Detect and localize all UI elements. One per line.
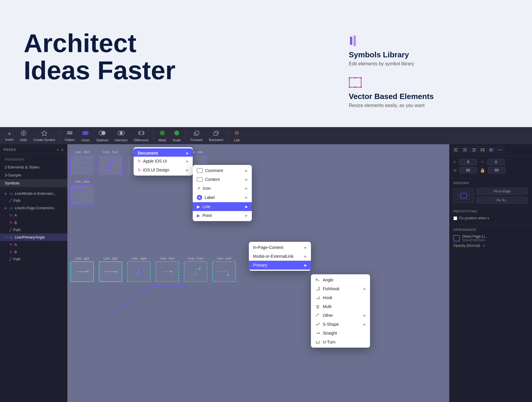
apple-ios-chevron: ▶: [186, 159, 189, 163]
page-item-symbols[interactable]: Symbols: [0, 179, 67, 187]
symbols-library-desc: Edit elements by symbol library: [349, 61, 508, 67]
primary-item[interactable]: Primary ▶: [249, 261, 311, 270]
svg-point-60: [500, 150, 501, 150]
mask-button[interactable]: Mask: [155, 129, 169, 143]
svg-rect-23: [195, 131, 199, 134]
create-symbol-button[interactable]: Create Symbol: [31, 129, 58, 143]
document-menu-chevron: ▶: [186, 151, 189, 155]
lock-icon[interactable]: 🔒: [480, 168, 485, 173]
layer-a1[interactable]: ↻ A: [0, 212, 67, 219]
icon-menu-item[interactable]: ↗ Icon ▶: [193, 184, 252, 193]
align-right-button[interactable]: [470, 147, 478, 153]
apple-ios-menu-item[interactable]: ↻ Apple iOS UI ▶: [134, 157, 193, 166]
straight-item[interactable]: Straight: [311, 329, 370, 338]
pin-to-edge-button[interactable]: Pin to Edge: [476, 188, 528, 195]
s-shape-item[interactable]: S-Shape ▶: [311, 320, 370, 329]
scale-button[interactable]: Scale: [170, 129, 184, 143]
xy-row: X Y: [453, 159, 528, 165]
line-menu-item[interactable]: ▶ Line ▶: [193, 202, 252, 211]
hero-title: Architect Ideas Faster: [24, 30, 331, 84]
svg-rect-10: [67, 132, 72, 132]
svg-rect-1: [353, 35, 356, 46]
label-menu-item[interactable]: A Label ▶: [193, 193, 252, 202]
y-input[interactable]: [487, 159, 505, 165]
layer-path-1[interactable]: ╱ Path: [0, 197, 67, 204]
document-menu-header[interactable]: Document ▶: [134, 148, 193, 157]
fix-size-button[interactable]: Fix Si...: [476, 197, 528, 204]
svg-rect-54: [481, 149, 482, 151]
backward-icon: [213, 130, 219, 137]
layer-primary-angle[interactable]: ▼ ▭ Line/Primary/Angle: [0, 234, 67, 241]
hero-right: Symbols Library Edit elements by symbol …: [331, 30, 508, 119]
layer-path-3[interactable]: ╱ Path: [0, 256, 67, 263]
difference-button[interactable]: Difference: [131, 129, 152, 143]
fishhook-item[interactable]: Fishhook ▶: [311, 284, 370, 293]
width-input[interactable]: [459, 167, 477, 174]
svg-point-15: [101, 131, 106, 135]
layer-b2[interactable]: ↻ B: [0, 248, 67, 256]
svg-point-4: [360, 77, 362, 79]
subtract-button[interactable]: Subtract: [93, 129, 111, 143]
page-item-instructions[interactable]: Instructions: [0, 155, 67, 163]
comment-icon: [197, 168, 203, 173]
height-input[interactable]: [488, 167, 506, 174]
layer-in-page[interactable]: ▶ ▭ Line/In-Page-Content/An...: [0, 204, 67, 212]
distribute-h-button[interactable]: [479, 147, 486, 153]
fix-position-checkbox[interactable]: [453, 216, 457, 220]
svg-point-7: [354, 77, 356, 79]
forward-button[interactable]: Forward: [188, 129, 205, 143]
page-item-elements[interactable]: 2-Elements & Styles: [0, 163, 67, 171]
svg-marker-36: [171, 270, 173, 273]
toolbar-separator-1: [60, 131, 60, 140]
page-item-sample[interactable]: 3-Sample: [0, 171, 67, 179]
content-menu-item[interactable]: Content ▶: [193, 175, 252, 184]
layer-path-2[interactable]: ╱ Path: [0, 226, 67, 234]
layer-b1[interactable]: ↻ B: [0, 219, 67, 226]
flatten-button[interactable]: Flatten: [62, 129, 78, 143]
vector-elements-desc: Resize elements easily, as you want: [349, 103, 508, 108]
angle-item[interactable]: Angle: [311, 275, 370, 284]
union-button[interactable]: Union: [78, 129, 93, 143]
line-chevron: ▶: [245, 205, 248, 209]
resize-diagram: [453, 188, 474, 203]
comment-menu-item[interactable]: Comment ▶: [193, 166, 252, 175]
frame-teal-last: Line...ook: [212, 257, 236, 282]
svg-rect-57: [490, 149, 491, 151]
backward-button[interactable]: Backward: [206, 129, 226, 143]
more-button[interactable]: [497, 147, 504, 153]
document-menu: Document ▶ ↻ Apple iOS UI ▶ ↻ iOS UI Des…: [134, 147, 193, 176]
hook-item[interactable]: Hook: [311, 293, 370, 302]
collapse-pages-button[interactable]: ∧: [61, 147, 64, 152]
layer-modal-external[interactable]: ▶ ▭ Line/Modal-or-ExternalLi...: [0, 190, 67, 197]
wh-row: W 🔒: [453, 167, 528, 174]
x-input[interactable]: [459, 159, 477, 165]
layer-a2[interactable]: ↻ A: [0, 241, 67, 248]
left-panel: PAGES + ∧ Instructions 2-Elements & Styl…: [0, 144, 67, 402]
modal-external-item[interactable]: Modal-or-ExternalLink ▶: [249, 252, 311, 261]
ios-design-menu-item[interactable]: ↻ iOS UI Design ▶: [134, 166, 193, 174]
appearance-style-row[interactable]: Direct Page Li... Styles/Path/Solid...: [453, 234, 528, 242]
label-chevron: ▶: [245, 196, 248, 200]
color-swatch: [453, 235, 460, 241]
intersect-button[interactable]: Intersect: [112, 129, 130, 143]
multi-item[interactable]: Multi: [311, 302, 370, 311]
align-center-button[interactable]: [461, 147, 469, 153]
other-item[interactable]: Other ▶: [311, 311, 370, 320]
point-menu-item[interactable]: ▶ Point ▶: [193, 211, 252, 220]
toolbar-separator-3: [186, 131, 186, 140]
u-turn-item[interactable]: U-Turn: [311, 338, 370, 346]
data-button[interactable]: Data: [17, 129, 30, 143]
layer-a1-icon: ↻: [9, 213, 13, 218]
svg-marker-44: [319, 332, 320, 334]
align-buttons: [452, 147, 504, 153]
link-button[interactable]: Link: [230, 129, 244, 143]
feature-symbols: Symbols Library Edit elements by symbol …: [349, 35, 508, 67]
in-page-content-item[interactable]: In-Page-Content ▶: [249, 243, 311, 252]
layer-path2-icon: ╱: [9, 228, 12, 232]
insert-button[interactable]: ＋ Insert: [2, 129, 17, 142]
svg-point-3: [349, 77, 350, 79]
align-left-button[interactable]: [452, 147, 460, 153]
add-page-button[interactable]: +: [57, 147, 59, 152]
resize-button[interactable]: [488, 147, 495, 153]
layer-path1-icon: ╱: [9, 199, 12, 203]
